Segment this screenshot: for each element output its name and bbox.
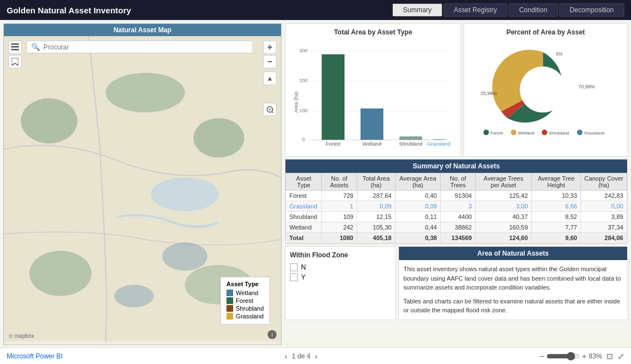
cell-total-area: 0,09 [357, 201, 395, 212]
flood-item-y: Y [290, 273, 391, 281]
bar-chart-panel: Total Area by Asset Type 300 200 100 0 A… [285, 23, 461, 157]
col-canopy: Canopy Cover (ha) [581, 173, 627, 191]
map-legend: Asset Type Wetland Forest Shrubland Gras… [220, 277, 270, 325]
flood-checkbox-n[interactable] [290, 263, 298, 271]
cell-canopy: 242,83 [581, 191, 627, 201]
bar-wetland[interactable] [361, 108, 383, 139]
svg-text:Shrubland: Shrubland [549, 131, 569, 136]
prev-page-button[interactable]: ‹ [285, 352, 288, 361]
pct-3-label: 3% [555, 51, 563, 57]
svg-text:Area (ha): Area (ha) [293, 92, 299, 113]
svg-text:Forest: Forest [326, 141, 341, 147]
legend-grassland: Grassland [226, 313, 264, 320]
map-filter-button[interactable] [263, 103, 277, 116]
flood-checkbox-y[interactable] [290, 273, 298, 281]
total-avg-area: 0,38 [395, 233, 440, 243]
bar-grassland[interactable] [433, 139, 445, 140]
map-layer-button[interactable] [8, 41, 22, 54]
next-page-button[interactable]: › [315, 352, 318, 361]
svg-text:Wetland: Wetland [518, 131, 534, 136]
map-bookmark-button[interactable] [8, 55, 22, 68]
main-content: Natural Asset Map [0, 20, 631, 347]
bar-shrubland[interactable] [400, 136, 422, 139]
map-info-button[interactable]: i [268, 330, 277, 339]
col-avg-height: Average Tree Height [531, 173, 581, 191]
tab-summary[interactable]: Summary [392, 3, 442, 17]
svg-text:100: 100 [299, 108, 308, 113]
search-input[interactable] [43, 43, 248, 51]
svg-rect-11 [11, 49, 19, 51]
legend-forest: Forest [226, 297, 264, 304]
cell-avg-trees: 40,37 [475, 212, 531, 222]
legend-shrubland-label: Shrubland [236, 305, 264, 312]
svg-point-1 [151, 177, 219, 211]
svg-rect-9 [11, 43, 19, 45]
col-total-area: Total Area (ha) [357, 173, 395, 191]
legend-shrubland: Shrubland [226, 305, 264, 312]
zoom-in-footer[interactable]: + [582, 352, 586, 361]
map-controls-left [8, 41, 22, 68]
table-row: Wetland 242 105,30 0,44 38862 160,59 7,7… [286, 222, 627, 233]
svg-point-7 [162, 242, 208, 271]
cell-avg-trees: 160,59 [475, 222, 531, 233]
svg-point-8 [114, 285, 154, 307]
tab-condition[interactable]: Condition [509, 3, 558, 17]
cell-avg-area: 0,11 [395, 212, 440, 222]
col-asset-type: Asset Type [286, 173, 322, 191]
area-body: This asset inventory shows natural asset… [399, 260, 627, 320]
mapbox-icon: ⊙ [8, 333, 13, 339]
tab-asset-registry[interactable]: Asset Registry [443, 3, 507, 17]
app-title: Golden Natural Asset Inventory [7, 6, 392, 15]
area-description-panel: Area of Natural Assets This asset invent… [398, 246, 628, 320]
flood-zone-title: Within Flood Zone [290, 251, 391, 259]
zoom-control: − + 83% [540, 352, 602, 361]
zoom-out-footer[interactable]: − [540, 352, 544, 361]
svg-point-32 [511, 129, 516, 135]
total-canopy: 284,06 [581, 233, 627, 243]
cell-avg-area: 0,09 [395, 201, 440, 212]
zoom-in-button[interactable]: + [263, 41, 277, 54]
legend-wetland-label: Wetland [236, 290, 258, 296]
cell-asset: Wetland [286, 222, 322, 233]
legend-title: Asset Type [226, 281, 264, 287]
cell-asset: Forest [286, 191, 322, 201]
fullscreen-button[interactable]: ⤢ [618, 352, 624, 361]
zoom-slider[interactable] [546, 352, 580, 361]
svg-point-36 [577, 129, 583, 135]
svg-line-14 [272, 112, 274, 113]
svg-point-4 [194, 118, 245, 157]
map-search-bar[interactable]: 🔍 [26, 41, 253, 53]
area-text-2: Tables and charts can be filtered to exa… [403, 297, 623, 315]
tab-decomposition[interactable]: Decomposition [559, 3, 624, 17]
bar-chart-title: Total Area by Asset Type [290, 28, 456, 36]
zoom-out-button[interactable]: − [263, 55, 277, 68]
total-no-trees: 134569 [441, 233, 476, 243]
summary-table: Asset Type No. of Assets Total Area (ha)… [285, 173, 627, 243]
svg-text:0: 0 [302, 137, 305, 142]
forest-color [226, 297, 233, 304]
flood-label-y: Y [301, 273, 305, 281]
power-bi-link[interactable]: Microsoft Power BI [7, 352, 63, 360]
table-row: Grassland 1 0,09 0,09 3 3,00 6,66 0,00 [286, 201, 627, 212]
svg-point-2 [21, 98, 77, 143]
svg-text:Shrubland: Shrubland [399, 141, 422, 147]
bar-forest[interactable] [322, 54, 344, 140]
total-total-area: 405,18 [357, 233, 395, 243]
bar-chart-svg: 300 200 100 0 Area (ha) Forest [290, 39, 456, 148]
donut-hole [520, 66, 566, 112]
cell-canopy: 37,34 [581, 222, 627, 233]
fit-screen-button[interactable]: ⊡ [607, 352, 613, 361]
cell-canopy: 3,89 [581, 212, 627, 222]
svg-text:Grassland: Grassland [427, 141, 451, 147]
legend-wetland: Wetland [226, 290, 264, 296]
flood-label-n: N [301, 263, 306, 271]
svg-marker-12 [12, 58, 18, 66]
north-button[interactable]: ▲ [263, 72, 277, 85]
cell-canopy: 0,00 [581, 201, 627, 212]
footer: Microsoft Power BI ‹ 1 de 4 › − + 83% ⊡ … [0, 347, 631, 364]
cell-total-area: 12,15 [357, 212, 395, 222]
table-row: Forest 728 287,64 0,40 91304 125,42 10,3… [286, 191, 627, 201]
map-title: Natural Asset Map [4, 24, 281, 36]
cell-asset: Grassland [286, 201, 322, 212]
col-no-assets: No. of Assets [322, 173, 357, 191]
